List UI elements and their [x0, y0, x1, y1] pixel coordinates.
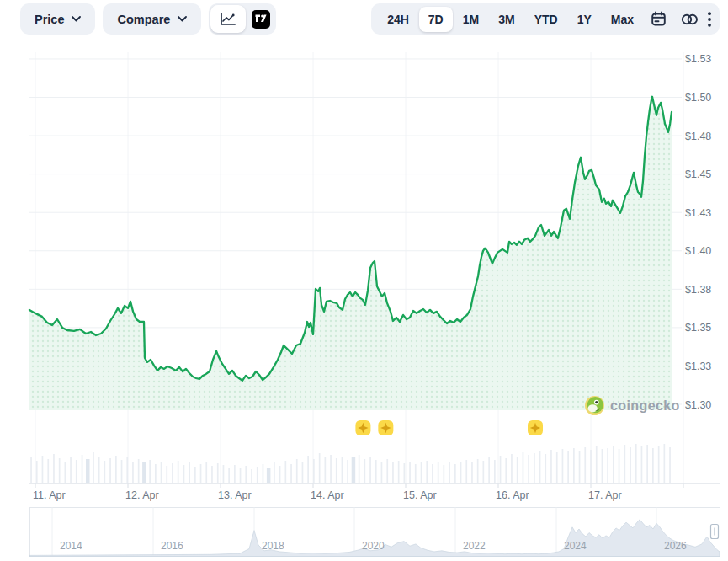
volume-bar: [138, 459, 140, 483]
volume-bar: [488, 457, 490, 483]
volume-bar: [290, 464, 292, 483]
chevron-down-icon: [178, 16, 187, 22]
volume-bar: [477, 459, 479, 483]
volume-bar: [517, 457, 518, 483]
line-chart-toggle-button[interactable]: [210, 5, 246, 33]
volume-bar: [528, 455, 529, 483]
volume-bar: [42, 456, 44, 483]
volume-bar: [539, 451, 541, 483]
navigator-year-label: 2018: [262, 540, 284, 552]
volume-bar: [359, 455, 360, 483]
price-chart[interactable]: $1.53$1.50$1.48$1.45$1.43$1.40$1.38$1.35…: [0, 0, 728, 561]
volume-bar: [590, 450, 592, 483]
range-button-max[interactable]: Max: [602, 7, 643, 32]
range-button-7d[interactable]: 7D: [419, 7, 453, 32]
vertical-dots-icon: [708, 12, 711, 27]
volume-bar: [336, 458, 337, 483]
volume-bar: [505, 458, 507, 483]
range-button-3m[interactable]: 3M: [489, 7, 523, 32]
volume-bar: [375, 460, 377, 483]
link-icon: [681, 13, 699, 26]
volume-bar: [313, 459, 315, 483]
volume-bar: [562, 449, 564, 483]
x-axis-label: 14. Apr: [311, 489, 344, 501]
volume-bar: [330, 455, 332, 483]
volume-bar: [183, 465, 185, 483]
range-selector: 24H7D1M3MYTD1YMax: [371, 3, 720, 35]
volume-bar: [635, 444, 637, 483]
y-axis-label: $1.45: [685, 168, 711, 180]
navigator-year-label: 2024: [564, 540, 587, 552]
x-axis-label: 17. Apr: [588, 489, 622, 501]
navigator-year-label: 2022: [463, 540, 486, 552]
volume-bar: [607, 448, 608, 483]
sparkle-event-marker[interactable]: [528, 420, 543, 435]
volume-bar: [93, 452, 94, 483]
volume-bar: [234, 465, 236, 483]
volume-bar: [223, 465, 225, 483]
navigator-year-label: 2016: [161, 540, 183, 552]
volume-bar: [364, 459, 366, 483]
volume-bar: [630, 447, 631, 483]
compare-dropdown-label: Compare: [117, 13, 170, 26]
volume-bar: [155, 464, 157, 483]
volume-bar: [386, 459, 388, 483]
navigator-handle[interactable]: [711, 525, 719, 539]
volume-bar: [307, 456, 309, 483]
price-dropdown-button[interactable]: Price: [20, 3, 95, 35]
volume-bar: [285, 461, 287, 483]
volume-bar: [460, 462, 462, 483]
x-axis-label: 12. Apr: [125, 489, 159, 501]
volume-bar: [619, 449, 620, 483]
volume-bar: [404, 463, 406, 483]
volume-bar: [251, 469, 252, 483]
chart-type-toggle: [209, 3, 276, 35]
volume-bar: [421, 462, 422, 483]
volume-bar: [302, 462, 304, 483]
more-options-button[interactable]: [706, 8, 713, 30]
range-button-24h[interactable]: 24H: [378, 7, 418, 32]
y-axis-label: $1.48: [685, 131, 711, 142]
y-axis-label: $1.43: [685, 207, 711, 219]
tradingview-toggle-button[interactable]: [252, 10, 270, 29]
volume-bar: [432, 464, 433, 483]
volume-bar: [556, 452, 558, 483]
calendar-button[interactable]: [644, 8, 673, 30]
price-area-fill: [29, 97, 672, 410]
navigator-year-label: 2020: [362, 540, 385, 552]
tradingview-icon: [252, 10, 270, 29]
volume-bar: [573, 448, 575, 483]
coingecko-logo-icon: [584, 395, 605, 416]
volume-bar: [342, 457, 343, 483]
volume-bar: [30, 457, 32, 483]
volume-bar: [172, 463, 173, 483]
volume-bar: [534, 453, 535, 483]
compare-dropdown-button[interactable]: Compare: [103, 3, 201, 35]
volume-bar: [500, 456, 502, 483]
volume-bar: [545, 454, 546, 483]
volume-bar: [217, 463, 219, 483]
share-link-button[interactable]: [674, 9, 705, 29]
volume-bar: [613, 446, 614, 483]
chart-toolbar: Price Compare 24H7D1M3MYTD1YMax: [0, 3, 728, 35]
y-axis-label: $1.35: [685, 322, 711, 334]
x-axis-label: 13. Apr: [218, 489, 252, 501]
volume-bar: [245, 466, 247, 483]
sparkle-event-marker[interactable]: [378, 420, 393, 435]
volume-bar: [132, 462, 134, 483]
navigator[interactable]: 2014201620182020202220242026: [29, 508, 720, 557]
navigator-year-label: 2026: [664, 540, 687, 552]
volume-bar: [228, 467, 230, 483]
volume-bar: [161, 462, 162, 483]
volume-bar: [652, 448, 654, 483]
volume-bar: [658, 446, 660, 483]
range-button-1y[interactable]: 1Y: [568, 7, 601, 32]
range-buttons: 24H7D1M3MYTD1YMax: [378, 7, 643, 32]
y-axis-label: $1.38: [685, 284, 711, 296]
volume-bar: [325, 457, 327, 483]
volume-bar: [279, 466, 281, 483]
volume-bar: [189, 462, 190, 483]
range-button-1m[interactable]: 1M: [454, 7, 488, 32]
sparkle-event-marker[interactable]: [355, 420, 370, 435]
range-button-ytd[interactable]: YTD: [525, 7, 567, 32]
